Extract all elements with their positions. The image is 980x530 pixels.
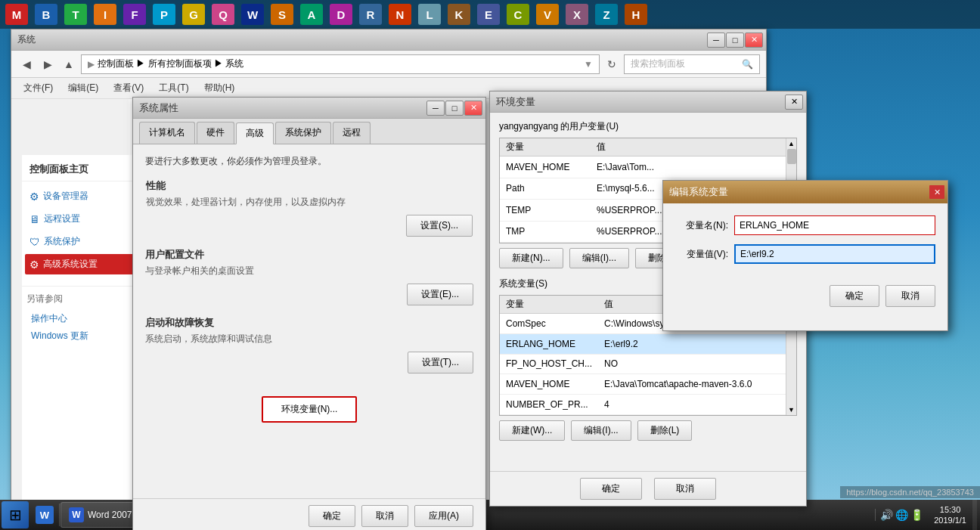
top-icon-5[interactable]: P — [150, 2, 178, 27]
editvar-close-button[interactable]: ✕ — [929, 185, 944, 199]
top-icon-2[interactable]: T — [62, 2, 89, 27]
editvar-cancel-button[interactable]: 取消 — [885, 285, 935, 307]
menu-edit[interactable]: 编辑(E) — [62, 80, 104, 96]
envvar-titlebar: 环境变量 ✕ — [490, 91, 806, 113]
top-icon-18[interactable]: V — [534, 2, 561, 27]
menu-view[interactable]: 查看(V) — [107, 80, 150, 96]
system-clock: 15:30 2019/1/1 — [928, 504, 972, 526]
perf-settings-button[interactable]: 设置(S)... — [406, 215, 473, 237]
user-vars-title: yangyangyang 的用户变量(U) — [499, 120, 797, 133]
sys-delete-button[interactable]: 删除(L) — [637, 420, 693, 441]
tray-power-icon[interactable]: 🔋 — [910, 509, 923, 521]
system-window-controls: ─ □ ✕ — [707, 33, 763, 48]
top-icon-7[interactable]: Q — [209, 2, 237, 27]
sidebar-main-title: 控制面板主页 — [22, 155, 138, 181]
top-icon-19[interactable]: X — [563, 2, 591, 27]
top-icon-4[interactable]: F — [121, 2, 148, 27]
sysprop-maximize[interactable]: □ — [445, 101, 464, 116]
taskbar-item-word[interactable]: W Word 2007 — [60, 502, 140, 528]
tab-remote[interactable]: 远程 — [333, 122, 371, 144]
envvar-cancel-button[interactable]: 取消 — [654, 478, 716, 500]
tab-hardware[interactable]: 硬件 — [197, 122, 234, 144]
top-icon-20[interactable]: Z — [593, 2, 620, 27]
menu-tools[interactable]: 工具(T) — [153, 80, 194, 96]
tray-sound-icon[interactable]: 🔊 — [880, 509, 893, 521]
top-icon-11[interactable]: D — [327, 2, 355, 27]
sidebar-item-system-protection[interactable]: 🛡 系统保护 — [25, 231, 135, 252]
editvar-titlebar: 编辑系统变量 ✕ — [663, 181, 947, 203]
address-input[interactable]: ▶ 控制面板 ▶ 所有控制面板项 ▶ 系统 ▼ — [81, 54, 600, 74]
sysprop-cancel-button[interactable]: 取消 — [361, 505, 408, 527]
top-icon-14[interactable]: L — [416, 2, 443, 27]
perf-desc: 视觉效果，处理器计划，内存使用，以及虚拟内存 — [146, 196, 473, 209]
editvar-value-row: 变量值(V): — [675, 244, 935, 264]
editvar-value-input[interactable] — [734, 244, 935, 264]
sidebar-item-advanced-settings[interactable]: ⚙ 高级系统设置 — [25, 254, 135, 274]
editvar-ok-button[interactable]: 确定 — [830, 285, 879, 307]
envvar-ok-button[interactable]: 确定 — [580, 478, 642, 500]
system-vars-buttons: 新建(W)... 编辑(I)... 删除(L) — [499, 420, 797, 441]
top-icon-1[interactable]: B — [33, 2, 60, 27]
top-icon-8[interactable]: W — [239, 2, 266, 27]
close-button[interactable]: ✕ — [745, 33, 763, 48]
sys-new-button[interactable]: 新建(W)... — [499, 420, 565, 441]
start-button[interactable]: ⊞ — [2, 501, 29, 528]
sys-var-row-3[interactable]: MAVEN_HOME E:\Java\Tomcat\apache-maven-3… — [500, 374, 786, 395]
sysprop-content: 要进行大多数更改，你必须作为管理员登录。 性能 视觉效果，处理器计划，内存使用，… — [133, 144, 485, 433]
sidebar-item-device-manager[interactable]: ⚙ 设备管理器 — [25, 186, 135, 206]
top-icon-6[interactable]: G — [180, 2, 207, 27]
top-icon-10[interactable]: A — [298, 2, 325, 27]
menu-file[interactable]: 文件(F) — [17, 80, 59, 96]
startup-desc: 系统启动，系统故障和调试信息 — [145, 333, 473, 346]
address-bar: ◀ ▶ ▲ ▶ 控制面板 ▶ 所有控制面板项 ▶ 系统 ▼ ↻ 搜索控制面板 🔍 — [11, 51, 766, 78]
maximize-button[interactable]: □ — [726, 33, 744, 48]
admin-note: 要进行大多数更改，你必须作为管理员登录。 — [145, 155, 473, 168]
tab-computer-name[interactable]: 计算机名 — [139, 122, 195, 144]
env-variables-button[interactable]: 环境变量(N)... — [262, 396, 358, 423]
top-icon-13[interactable]: N — [386, 2, 414, 27]
user-new-button[interactable]: 新建(N)... — [499, 248, 563, 268]
sysprop-titlebar: 系统属性 ─ □ ✕ — [133, 98, 485, 119]
quick-icon-0[interactable]: W — [33, 504, 56, 526]
tab-system-protection[interactable]: 系统保护 — [275, 122, 331, 144]
userprofile-title: 用户配置文件 — [145, 248, 473, 262]
forward-button[interactable]: ▶ — [39, 55, 57, 73]
system-tray: 🔊 🌐 🔋 15:30 2019/1/1 — [875, 500, 980, 530]
link-windows-update[interactable]: Windows 更新 — [26, 327, 134, 345]
user-edit-button[interactable]: 编辑(I)... — [569, 248, 629, 268]
sys-edit-button[interactable]: 编辑(I)... — [571, 420, 631, 441]
user-var-row-0[interactable]: MAVEN_HOME E:\Java\Tom... — [500, 157, 786, 178]
link-action-center[interactable]: 操作中心 — [26, 310, 134, 327]
sys-var-row-2[interactable]: FP_NO_HOST_CH... NO — [500, 354, 786, 374]
up-button[interactable]: ▲ — [60, 55, 78, 73]
tab-advanced[interactable]: 高级 — [236, 122, 274, 144]
tray-network-icon[interactable]: 🌐 — [895, 509, 908, 521]
top-icon-15[interactable]: K — [445, 2, 473, 27]
top-icon-3[interactable]: I — [91, 2, 119, 27]
sysprop-ok-button[interactable]: 确定 — [309, 505, 355, 527]
envvar-close[interactable]: ✕ — [785, 95, 803, 110]
sysprop-apply-button[interactable]: 应用(A) — [414, 505, 473, 527]
minimize-button[interactable]: ─ — [707, 33, 725, 48]
top-icon-17[interactable]: C — [504, 2, 532, 27]
sysprop-minimize[interactable]: ─ — [426, 101, 445, 116]
editvar-title: 编辑系统变量 — [669, 185, 728, 199]
startup-settings-button[interactable]: 设置(T)... — [408, 352, 473, 373]
back-button[interactable]: ◀ — [17, 55, 36, 73]
top-icon-0[interactable]: M — [3, 2, 30, 27]
show-desktop-button[interactable] — [972, 500, 977, 530]
top-icon-9[interactable]: S — [268, 2, 296, 27]
refresh-button[interactable]: ↻ — [603, 55, 621, 73]
userprofile-settings-button[interactable]: 设置(E)... — [407, 284, 473, 305]
menu-help[interactable]: 帮助(H) — [198, 80, 241, 96]
top-icon-12[interactable]: R — [357, 2, 384, 27]
sys-var-row-4[interactable]: NUMBER_OF_PR... 4 — [500, 395, 786, 415]
top-icon-21[interactable]: H — [622, 2, 650, 27]
editvar-name-input[interactable] — [734, 215, 935, 235]
sys-var-row-1[interactable]: ERLANG_HOME E:\erl9.2 — [500, 333, 786, 354]
sysprop-close[interactable]: ✕ — [464, 101, 482, 116]
sidebar-item-remote-settings[interactable]: 🖥 远程设置 — [25, 209, 135, 229]
top-icon-16[interactable]: E — [475, 2, 502, 27]
start-icon: ⊞ — [9, 506, 22, 524]
search-box[interactable]: 搜索控制面板 🔍 — [624, 54, 760, 74]
